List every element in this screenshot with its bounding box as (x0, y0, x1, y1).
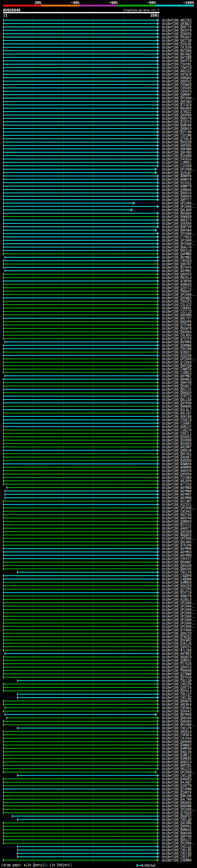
svg-text:~80%: ~80% (147, 1, 156, 5)
svg-text:UniRef100_C5DNR0: UniRef100_C5DNR0 (162, 858, 192, 863)
svg-text:AV625649: AV625649 (3, 8, 20, 12)
svg-text:~40%: ~40% (71, 1, 79, 5)
svg-text:259|: 259| (151, 13, 159, 18)
svg-text:20%: 20% (35, 1, 41, 5)
svg-text:|1: |1 (3, 13, 7, 18)
svg-text:=50char.: =50char. (143, 863, 158, 868)
svg-text:(in Query)/: (in Query)/ (26, 863, 46, 867)
svg-text:~60%: ~60% (109, 1, 118, 5)
svg-text:(in Subject): (in Subject) (50, 863, 72, 867)
svg-text:~100%: ~100% (183, 1, 194, 5)
svg-text:AlignView.pm Beta rel.7: AlignView.pm Beta rel.7 (124, 9, 159, 12)
svg-text:Large gaps:: Large gaps: (2, 863, 22, 867)
